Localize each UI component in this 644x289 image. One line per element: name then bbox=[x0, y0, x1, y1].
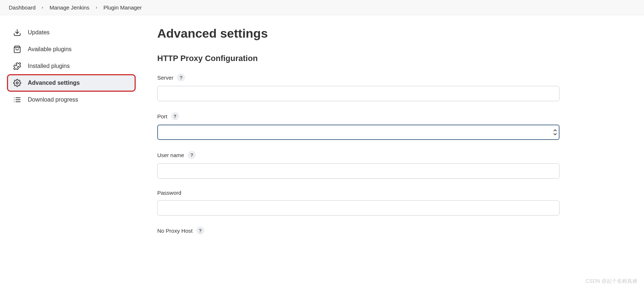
form-group-server: Server ? bbox=[157, 73, 560, 101]
sidebar-item-installed-plugins[interactable]: Installed plugins bbox=[7, 58, 135, 75]
password-label: Password bbox=[157, 190, 181, 196]
form-group-password: Password bbox=[157, 190, 560, 216]
username-label: User name bbox=[157, 152, 184, 158]
port-input[interactable] bbox=[157, 125, 560, 140]
breadcrumb-item-dashboard[interactable]: Dashboard bbox=[9, 4, 35, 11]
sidebar-item-label: Updates bbox=[28, 29, 50, 36]
chevron-up-icon bbox=[553, 129, 557, 132]
sidebar-item-updates[interactable]: Updates bbox=[7, 24, 135, 41]
chevron-right-icon bbox=[95, 6, 98, 9]
shopping-bag-icon bbox=[13, 45, 21, 53]
form-group-no-proxy-host: No Proxy Host ? bbox=[157, 227, 560, 235]
chevron-right-icon bbox=[41, 6, 44, 9]
chevron-down-icon bbox=[553, 133, 557, 136]
sidebar-item-available-plugins[interactable]: Available plugins bbox=[7, 41, 135, 58]
gear-icon bbox=[13, 79, 21, 87]
section-title: HTTP Proxy Configuration bbox=[157, 54, 560, 63]
help-icon[interactable]: ? bbox=[188, 151, 196, 159]
breadcrumb-item-plugin-manager[interactable]: Plugin Manager bbox=[103, 4, 142, 11]
sidebar: Updates Available plugins Installed plug… bbox=[0, 15, 135, 256]
password-input[interactable] bbox=[157, 200, 560, 216]
server-input[interactable] bbox=[157, 86, 560, 101]
breadcrumb-item-manage-jenkins[interactable]: Manage Jenkins bbox=[49, 4, 89, 11]
form-group-username: User name ? bbox=[157, 151, 560, 179]
server-label: Server bbox=[157, 75, 173, 81]
page-title: Advanced settings bbox=[157, 26, 560, 41]
username-input[interactable] bbox=[157, 163, 560, 179]
list-icon bbox=[13, 96, 21, 104]
sidebar-item-label: Advanced settings bbox=[28, 80, 80, 86]
main-content: Advanced settings HTTP Proxy Configurati… bbox=[135, 15, 574, 256]
port-label: Port bbox=[157, 113, 167, 119]
help-icon[interactable]: ? bbox=[171, 112, 179, 120]
sidebar-item-label: Download progress bbox=[28, 96, 78, 103]
sidebar-item-advanced-settings[interactable]: Advanced settings bbox=[7, 75, 135, 91]
sidebar-item-label: Available plugins bbox=[28, 46, 72, 53]
download-icon bbox=[13, 28, 21, 37]
help-icon[interactable]: ? bbox=[196, 227, 204, 235]
svg-point-1 bbox=[16, 82, 18, 84]
no-proxy-host-label: No Proxy Host bbox=[157, 228, 193, 234]
breadcrumb: Dashboard Manage Jenkins Plugin Manager bbox=[0, 0, 644, 15]
help-icon[interactable]: ? bbox=[177, 73, 185, 81]
sidebar-item-download-progress[interactable]: Download progress bbox=[7, 91, 135, 108]
form-group-port: Port ? bbox=[157, 112, 560, 140]
sidebar-item-label: Installed plugins bbox=[28, 63, 70, 69]
number-spinner[interactable] bbox=[553, 129, 557, 136]
puzzle-icon bbox=[13, 62, 21, 70]
